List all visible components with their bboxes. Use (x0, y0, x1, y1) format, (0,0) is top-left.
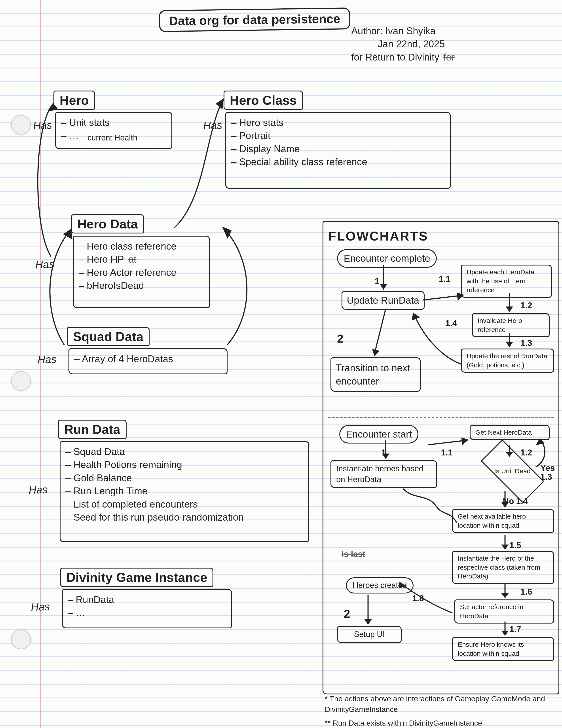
fc-ensure-location: Ensure Hero knows its location within sq… (452, 637, 554, 661)
run-data-item: List of completed encounters (65, 498, 304, 511)
flowchart-separator (328, 417, 554, 418)
arrow-down-icon (503, 445, 516, 458)
author-meta: Author: Ivan Shyika Jan 22nd, 2025 for R… (351, 24, 532, 64)
svg-marker-21 (537, 439, 543, 444)
svg-marker-18 (462, 438, 467, 444)
svg-marker-1 (216, 99, 223, 108)
arrow-down-icon (368, 309, 395, 357)
arrow-up-yes-icon (534, 438, 551, 469)
run-data-title: Run Data (58, 420, 127, 439)
step-label: 1.6 (520, 586, 532, 597)
game-instance-item: … (68, 606, 226, 619)
step-label: 1.2 (520, 447, 532, 458)
game-instance-box: Divinity Game Instance RunData … (62, 579, 232, 628)
svg-marker-11 (507, 307, 512, 311)
arrow-down-icon (379, 440, 392, 460)
fc-update-rundata: Update RunData (342, 291, 425, 309)
arrow-down-icon (361, 595, 375, 626)
svg-marker-7 (373, 350, 379, 355)
svg-marker-27 (502, 594, 508, 597)
arrow-herodata-to-heroclass (166, 88, 236, 232)
arrow-down-icon (498, 535, 512, 551)
svg-marker-9 (458, 293, 463, 300)
squad-data-body: Array of 4 HeroDatas (68, 348, 228, 374)
hero-annotation: current Health (87, 133, 167, 143)
svg-line-17 (428, 440, 465, 445)
hero-data-item: Hero class reference (79, 240, 204, 253)
run-data-body: Squad Data Health Potions remaining Gold… (60, 441, 309, 542)
squad-data-item: Array of 4 HeroDatas (74, 352, 222, 365)
punch-hole-icon (11, 629, 31, 649)
arrow-squiggle-icon (401, 487, 459, 527)
arrow-down-icon (503, 293, 516, 313)
fc-get-next-herodata: Get Next HeroData (470, 425, 550, 440)
svg-marker-20 (507, 452, 512, 456)
hero-class-item: Display Name (231, 142, 445, 155)
svg-marker-23 (502, 503, 508, 507)
run-data-item: Seed for this run pseudo-randomization (65, 511, 304, 524)
arrow-squaddata-to-herodata-back (219, 221, 263, 371)
svg-marker-13 (507, 342, 512, 346)
fc-instantiate-heroes: Instantiate heroes based on HeroData (330, 460, 437, 488)
step-label: 1.3 (540, 471, 552, 483)
fc-instantiate-class: Instantiate the Hero of the respective c… (452, 551, 554, 584)
svg-line-6 (375, 309, 386, 353)
flowcharts-title: FLOWCHARTS (328, 227, 554, 245)
run-data-item: Run Length Time (65, 484, 304, 497)
arrow-squaddata-to-herodata (38, 221, 86, 371)
step-label: 2 (337, 331, 344, 346)
date-line: Jan 22nd, 2025 (351, 37, 532, 50)
hero-class-box: Hero Class Hero stats Portrait Display N… (225, 102, 451, 189)
run-data-item: Health Potions remaining (65, 458, 304, 471)
arrow-down-icon (498, 622, 512, 637)
author-line: Author: Ivan Shyika (351, 24, 532, 37)
hero-data-item: bHeroIsDead (79, 279, 204, 292)
run-data-box: Run Data Squad Data Health Potions remai… (60, 431, 309, 542)
arrow-right-icon (428, 436, 472, 451)
step-label: 1.4 (516, 496, 528, 507)
step-label: 1.3 (520, 337, 532, 349)
flowchart-top: Encounter complete Update RunData Transi… (328, 249, 554, 413)
hero-class-item: Portrait (231, 129, 445, 142)
hero-data-body: Hero class reference Hero HP at Hero Act… (73, 236, 210, 308)
flowcharts-panel: FLOWCHARTS Encounter complete Update Run… (323, 221, 559, 694)
run-data-item: Squad Data (65, 445, 304, 458)
svg-marker-5 (381, 284, 386, 289)
svg-line-8 (423, 296, 461, 300)
hero-class-item: Hero stats (231, 116, 445, 129)
game-instance-item: RunData (68, 593, 226, 606)
hero-data-item: Hero HP at (79, 253, 204, 266)
game-instance-title: Divinity Game Instance (60, 568, 213, 587)
arrow-down-icon (377, 265, 390, 291)
arrow-down-icon (498, 584, 512, 599)
arrow-back-icon (412, 313, 465, 371)
fc-side-update-each: Update each HeroData with the use of Her… (461, 265, 552, 298)
hero-class-item: Special ability class reference (231, 155, 445, 168)
hero-item: Unit stats (61, 116, 167, 129)
arrow-right-icon (423, 293, 467, 309)
step-label: 1.2 (520, 300, 532, 311)
game-instance-body: RunData … (62, 589, 232, 628)
svg-marker-32 (365, 620, 371, 624)
run-data-item: Gold Balance (65, 471, 304, 484)
footnote-1: * The actions above are interactions of … (325, 694, 554, 715)
fc-side-update-rest: Update the rest of RunData (Gold, potion… (461, 349, 554, 373)
step-label: 1.1 (439, 273, 450, 285)
is-last-label: Is last (342, 549, 365, 560)
svg-marker-30 (399, 583, 405, 588)
hero-class-body: Hero stats Portrait Display Name Special… (225, 112, 451, 189)
has-label: Has (31, 601, 50, 613)
hero-data-box: Hero Data Hero class reference Hero HP a… (73, 225, 210, 308)
footnote-2: ** Run Data exists within DivinityGameIn… (325, 718, 554, 728)
fc-set-actor: Set actor reference in HeroData (454, 599, 554, 624)
squad-data-box: Squad Data Array of 4 HeroDatas (68, 338, 228, 374)
svg-marker-14 (412, 314, 419, 320)
has-label: Has (28, 483, 48, 496)
fc-get-location: Get next available hero location within … (452, 509, 554, 533)
svg-marker-25 (502, 545, 508, 549)
fc-transition: Transition to next encounter (330, 357, 421, 392)
hero-data-item: Hero Actor reference (79, 266, 204, 279)
svg-marker-0 (49, 104, 57, 110)
arrow-down-icon (503, 333, 516, 349)
flowchart-bottom: Encounter start Instantiate heroes based… (328, 425, 554, 697)
